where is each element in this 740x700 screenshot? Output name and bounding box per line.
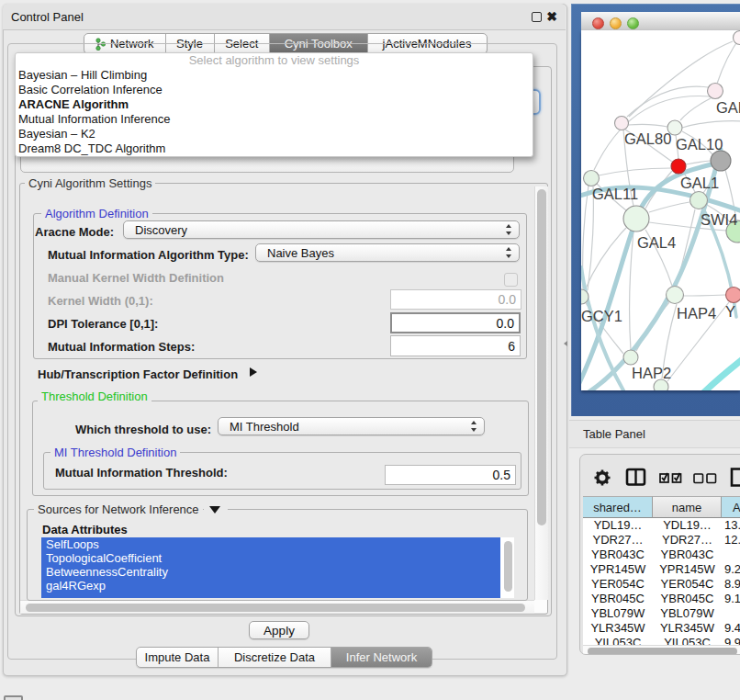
- dropdown-option[interactable]: Bayesian – K2: [16, 127, 533, 141]
- deselect-all-checks-icon[interactable]: [694, 474, 716, 483]
- dropdown-option[interactable]: ARACNE Algorithm: [16, 97, 533, 112]
- expand-arrow-icon[interactable]: [250, 367, 257, 377]
- control-panel-titlebar[interactable]: Control Panel ✖: [3, 4, 566, 30]
- mi-threshold-label: Mutual Information Threshold:: [55, 467, 228, 480]
- node-table-panel: shared…nameAverageShortestPathLength YDL…: [579, 454, 740, 655]
- dropdown-option[interactable]: Basic Correlation Inference: [16, 83, 533, 97]
- network-edge[interactable]: [649, 202, 690, 212]
- settings-horizontal-scrollbar[interactable]: [20, 600, 534, 614]
- network-node-gal2[interactable]: [708, 84, 723, 99]
- attribute-list-item[interactable]: TopologicalCoefficient: [41, 551, 500, 565]
- attribute-list-item[interactable]: BetweennessCentrality: [41, 565, 500, 579]
- zoom-window-icon[interactable]: [627, 17, 639, 29]
- network-node-y[interactable]: [726, 288, 740, 303]
- dropdown-option[interactable]: Dream8 DC_TDC Algorithm: [16, 141, 533, 156]
- cyni-algorithm-settings-title: Cyni Algorithm Settings: [25, 177, 155, 189]
- network-node-gal4[interactable]: [623, 206, 649, 231]
- table-row[interactable]: YBL079WYBL079W: [583, 606, 740, 621]
- network-node-label: GAL11: [592, 186, 638, 202]
- network-node-hap4[interactable]: [667, 287, 684, 304]
- table-row[interactable]: YLR345WYLR345W9.43: [583, 621, 740, 636]
- dpi-tolerance-field[interactable]: 0.0: [390, 312, 521, 333]
- aracne-mode-label: Aracne Mode:: [33, 226, 114, 239]
- minimize-window-icon[interactable]: [610, 17, 622, 29]
- dropdown-option[interactable]: Bayesian – Hill Climbing: [16, 68, 533, 83]
- network-edge[interactable]: [627, 86, 708, 117]
- network-node-label: GAL1: [680, 175, 719, 191]
- apply-button[interactable]: Apply: [249, 621, 309, 639]
- column-header-1[interactable]: shared…: [583, 496, 653, 518]
- settings-vertical-scrollbar[interactable]: [534, 186, 548, 600]
- table-scrollbar-thumb[interactable]: [588, 648, 737, 655]
- table-panel-title: Table Panel: [583, 427, 645, 441]
- table-row[interactable]: YDL19…YDL19…13.2: [583, 518, 740, 533]
- bottom-tab-infer-network[interactable]: Infer Network: [331, 648, 432, 667]
- table-cell: YBR043C: [583, 548, 653, 562]
- mi-threshold-field[interactable]: 0.5: [385, 465, 516, 485]
- mi-steps-field[interactable]: 6: [390, 335, 521, 356]
- minimized-panel-icon[interactable]: [4, 695, 23, 700]
- network-node[interactable]: [711, 151, 731, 171]
- network-edge[interactable]: [630, 231, 633, 350]
- which-threshold-value: MI Threshold: [219, 420, 299, 434]
- table-panel-titlebar[interactable]: Table Panel: [569, 420, 740, 448]
- network-canvas[interactable]: GAL2GAL80GAL10GAL1GAL11SWI4GAL4GCY1HAP4Y…: [581, 30, 740, 390]
- table-row[interactable]: YBR043CYBR043C: [583, 548, 740, 562]
- network-node-gal11[interactable]: [584, 171, 600, 186]
- combobox-stepper-icon: [506, 247, 512, 258]
- settings-horizontal-scrollbar-thumb[interactable]: [26, 604, 525, 612]
- close-panel-button[interactable]: ✖: [544, 9, 559, 24]
- document-icon[interactable]: [732, 469, 740, 486]
- network-window-titlebar[interactable]: [581, 12, 740, 31]
- network-edge[interactable]: [717, 38, 740, 84]
- select-all-checks-icon[interactable]: [660, 473, 681, 482]
- table-horizontal-scrollbar[interactable]: [583, 645, 740, 655]
- collapse-arrow-icon[interactable]: [209, 506, 220, 514]
- attributes-list-scrollbar-thumb[interactable]: [504, 541, 512, 592]
- split-pane-icon[interactable]: [627, 469, 645, 485]
- column-header-2[interactable]: name: [653, 496, 722, 518]
- attribute-list-item[interactable]: gal4RGexp: [41, 579, 500, 593]
- data-attributes-list[interactable]: SelfLoopsTopologicalCoefficientBetweenne…: [41, 537, 514, 598]
- network-node[interactable]: [734, 31, 740, 45]
- aracne-mode-combobox[interactable]: Discovery: [123, 220, 520, 239]
- network-edge[interactable]: [599, 168, 671, 175]
- network-edge-highlighted[interactable]: [697, 358, 740, 390]
- table-row[interactable]: YDR27…YDR27…12.9: [583, 533, 740, 548]
- attribute-list-item[interactable]: SelfLoops: [41, 537, 500, 551]
- gear-icon[interactable]: [595, 470, 611, 486]
- close-window-icon[interactable]: [592, 17, 604, 29]
- bottom-tab-discretize-data[interactable]: Discretize Data: [219, 648, 331, 667]
- manual-kernel-width-label: Manual Kernel Width Definition: [48, 272, 224, 285]
- kernel-width-field[interactable]: 0.0: [390, 289, 521, 310]
- network-node-gal80[interactable]: [615, 117, 629, 130]
- network-edge[interactable]: [680, 98, 711, 120]
- settings-vertical-scrollbar-thumb[interactable]: [537, 189, 546, 525]
- float-window-button[interactable]: [529, 9, 544, 24]
- attribute-list-item[interactable]: [41, 593, 500, 598]
- table-row[interactable]: YER054CYER054C8.98: [583, 577, 740, 592]
- network-edge[interactable]: [628, 124, 667, 127]
- network-node-swi4[interactable]: [690, 192, 708, 209]
- manual-kernel-width-checkbox[interactable]: [504, 273, 518, 287]
- algorithm-dropdown-popup: Select algorithm to view settingsBayesia…: [15, 52, 533, 157]
- split-divider-arrow-icon[interactable]: [564, 341, 567, 346]
- table-cell: YBR043C: [653, 548, 722, 562]
- table-cell: 13.2: [722, 518, 740, 533]
- kernel-width-label: Kernel Width (0,1):: [48, 295, 153, 308]
- table-row[interactable]: YIL053CYIL053C9.91: [583, 636, 740, 645]
- network-node-hap2[interactable]: [623, 350, 638, 365]
- column-header-3[interactable]: AverageShortestPathLength: [722, 496, 740, 518]
- bottom-tab-impute-data[interactable]: Impute Data: [137, 648, 219, 667]
- network-node-gal1[interactable]: [671, 159, 686, 174]
- table-cell: YIL053C: [583, 636, 653, 645]
- table-row[interactable]: YBR045CYBR045C9.12: [583, 592, 740, 606]
- which-threshold-combobox[interactable]: MI Threshold: [218, 417, 485, 435]
- network-edge[interactable]: [683, 295, 725, 296]
- mi-algorithm-type-combobox[interactable]: Naive Bayes: [255, 243, 520, 262]
- dropdown-option[interactable]: Mutual Information Inference: [16, 112, 533, 127]
- table-row[interactable]: YPR145WYPR145W9.27: [583, 562, 740, 577]
- table-toolbar: [580, 455, 740, 493]
- network-node-label: SWI4: [701, 211, 737, 228]
- network-edge[interactable]: [682, 121, 740, 128]
